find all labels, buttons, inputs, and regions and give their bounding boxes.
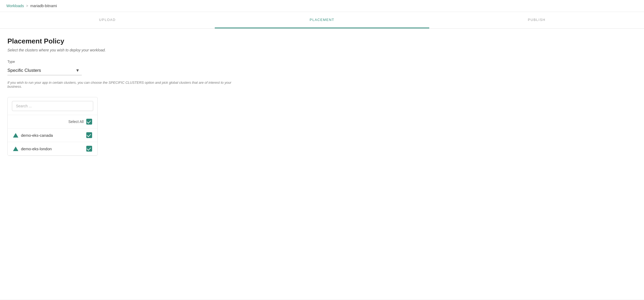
page-subtitle: Select the clusters where you wish to de… [7, 48, 637, 52]
tab-upload[interactable]: UPLOAD [0, 12, 215, 28]
type-field-group: Type Specific Clusters ▼ [7, 60, 637, 75]
cluster-checkbox-canada[interactable] [86, 132, 92, 138]
tabs-bar: UPLOAD PLACEMENT PUBLISH [0, 12, 644, 29]
cluster-checkbox-london[interactable] [86, 146, 92, 152]
search-row [8, 97, 97, 115]
tab-publish[interactable]: PUBLISH [429, 12, 644, 28]
type-dropdown-wrapper: Specific Clusters ▼ [7, 66, 82, 75]
cluster-icon-canada [13, 133, 18, 138]
breadcrumb-separator: > [26, 4, 28, 8]
main-content: Placement Policy Select the clusters whe… [0, 29, 644, 299]
breadcrumb-bar: Workloads > mariadb-bitnami [0, 0, 644, 12]
search-input[interactable] [12, 101, 93, 111]
select-all-row: Select All [8, 115, 97, 129]
breadcrumb: Workloads > mariadb-bitnami [6, 4, 638, 8]
select-all-label: Select All [68, 120, 84, 124]
breadcrumb-parent-link[interactable]: Workloads [6, 4, 24, 8]
cluster-icon-london [13, 147, 18, 151]
cluster-name-canada: demo-eks-canada [21, 133, 84, 138]
placement-description: If you wish to run your app in certain c… [7, 81, 246, 89]
cluster-name-london: demo-eks-london [21, 147, 84, 151]
type-dropdown[interactable]: Specific Clusters [7, 66, 82, 75]
tab-placement[interactable]: PLACEMENT [215, 12, 430, 28]
type-label: Type [7, 60, 637, 64]
cluster-item-london: demo-eks-london [8, 142, 97, 156]
cluster-item-canada: demo-eks-canada [8, 129, 97, 142]
select-all-checkbox[interactable] [86, 119, 92, 125]
cluster-panel: Select All demo-eks-canada demo-eks-lond… [7, 97, 98, 156]
breadcrumb-current: mariadb-bitnami [30, 4, 57, 8]
page-title: Placement Policy [7, 37, 637, 45]
